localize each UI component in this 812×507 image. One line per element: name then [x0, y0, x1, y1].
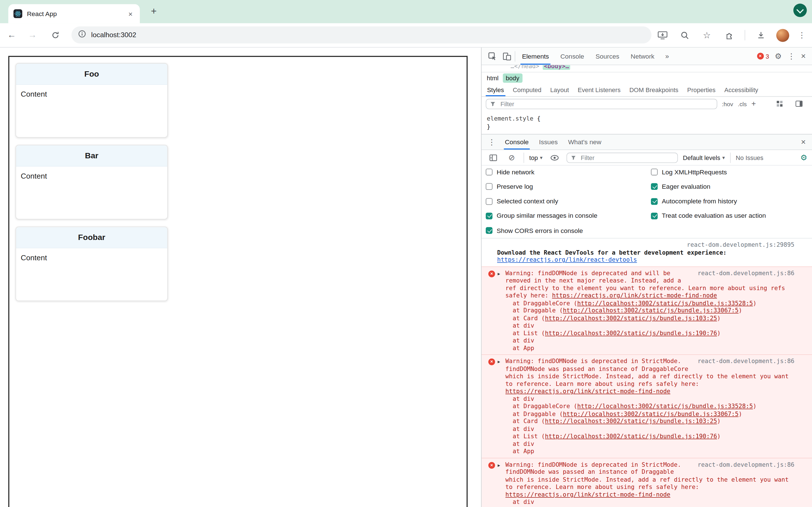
console-setting-checkbox[interactable]: Eager evaluation — [651, 183, 766, 191]
pseudo-state-toggle[interactable]: :hov — [722, 101, 733, 107]
tab-console[interactable]: Console — [555, 48, 590, 65]
message-source-link[interactable]: react-dom.development.js:86 — [698, 357, 794, 365]
expand-caret-icon[interactable]: ▶ — [498, 270, 500, 278]
message-source-link[interactable]: react-dom.development.js:86 — [698, 269, 794, 277]
profile-avatar[interactable] — [776, 29, 789, 42]
search-icon[interactable] — [678, 29, 691, 42]
stack-frame-link[interactable]: http://localhost:3002/static/js/bundle.j… — [563, 410, 739, 417]
styles-editor[interactable]: element.style { } — [481, 111, 812, 134]
tab-network[interactable]: Network — [625, 48, 660, 65]
stack-frame-link[interactable]: http://localhost:3002/static/js/bundle.j… — [577, 402, 753, 410]
install-app-icon[interactable] — [656, 29, 669, 42]
dock-sidebar-icon[interactable] — [792, 97, 806, 110]
forward-button[interactable]: → — [28, 30, 37, 41]
console-setting-checkbox[interactable]: Show CORS errors in console — [486, 227, 598, 235]
breadcrumb-html[interactable]: html — [484, 73, 502, 82]
tab-what-s-new[interactable]: What's new — [563, 135, 607, 150]
dom-selected-node[interactable]: <body>… — [543, 65, 570, 70]
element-style-selector[interactable]: element.style — [487, 115, 533, 122]
console-setting-checkbox[interactable]: Log XMLHttpRequests — [651, 168, 766, 176]
console-filter-input[interactable] — [566, 152, 678, 163]
styles-pane-tabs: StylesComputedLayoutEvent ListenersDOM B… — [481, 83, 812, 97]
checkbox-label: Selected context only — [497, 198, 558, 205]
log-levels-dropdown[interactable]: Default levels ▾ — [683, 154, 725, 161]
more-tabs-button[interactable]: » — [661, 52, 673, 60]
devtools-menu-icon[interactable]: ⋮ — [788, 52, 795, 61]
tab-accessibility[interactable]: Accessibility — [720, 83, 762, 96]
inspect-element-icon[interactable] — [486, 49, 499, 63]
extensions-puzzle-icon[interactable] — [722, 29, 736, 42]
stack-frame-link[interactable]: http://localhost:3002/static/js/bundle.j… — [545, 417, 717, 425]
error-badge[interactable]: × 3 — [757, 52, 769, 60]
devtools-settings-icon[interactable]: ⚙ — [775, 52, 782, 61]
console-setting-checkbox[interactable]: Preserve log — [486, 183, 598, 191]
stack-frame-link[interactable]: http://localhost:3002/static/js/bundle.j… — [577, 299, 753, 307]
tab-layout[interactable]: Layout — [546, 83, 573, 96]
live-expression-eye-icon[interactable] — [548, 151, 561, 164]
execution-context-selector[interactable]: top ▾ — [529, 154, 543, 161]
bookmark-star-icon[interactable]: ☆ — [700, 29, 714, 42]
new-tab-button[interactable]: + — [147, 5, 161, 18]
console-setting-checkbox[interactable]: Hide network — [486, 168, 598, 176]
card-content: Content — [16, 166, 167, 185]
browser-menu-icon[interactable]: ⋮ — [798, 31, 806, 40]
tab-sources[interactable]: Sources — [590, 48, 625, 65]
tab-styles[interactable]: Styles — [483, 83, 508, 96]
breadcrumb-body[interactable]: body — [503, 73, 522, 82]
stack-frame-link[interactable]: http://localhost:3002/static/js/bundle.j… — [545, 314, 717, 322]
message-link[interactable]: https://reactjs.org/link/strict-mode-fin… — [506, 491, 670, 498]
checkbox-checked-icon — [486, 213, 493, 219]
tab-properties[interactable]: Properties — [683, 83, 720, 96]
tab-dom-breakpoints[interactable]: DOM Breakpoints — [625, 83, 683, 96]
tab-search-button[interactable] — [794, 4, 807, 17]
levels-label: Default levels — [683, 154, 720, 161]
console-sidebar-icon[interactable] — [486, 151, 500, 164]
tab-close-icon[interactable]: × — [126, 9, 135, 18]
url-bar[interactable]: localhost:3002 — [71, 26, 651, 44]
stack-frame-link[interactable]: http://localhost:3002/static/js/bundle.j… — [577, 506, 753, 507]
reload-button[interactable] — [49, 29, 62, 42]
stack-frame-link[interactable]: http://localhost:3002/static/js/bundle.j… — [545, 329, 717, 337]
console-settings-icon[interactable]: ⚙ — [801, 153, 808, 162]
device-toolbar-icon[interactable] — [500, 49, 514, 63]
back-button[interactable]: ← — [7, 30, 16, 41]
expand-caret-icon[interactable]: ▶ — [498, 462, 500, 469]
site-info-icon[interactable] — [78, 30, 86, 40]
drawer-close-icon[interactable]: × — [801, 137, 806, 146]
styles-filter-field[interactable] — [499, 100, 713, 108]
stack-frame-link[interactable]: http://localhost:3002/static/js/bundle.j… — [545, 432, 717, 440]
tab-event-listeners[interactable]: Event Listeners — [573, 83, 625, 96]
message-link[interactable]: https://reactjs.org/link/react-devtools — [497, 256, 637, 263]
chevron-down-icon: ▾ — [540, 155, 543, 160]
dom-tree-clipped[interactable]: …</head> <body>… — [481, 65, 812, 72]
message-link[interactable]: https://reactjs.org/link/strict-mode-fin… — [506, 388, 670, 395]
tab-computed[interactable]: Computed — [508, 83, 546, 96]
console-setting-checkbox[interactable]: Treat code evaluation as user action — [651, 212, 766, 220]
drawer-menu-icon[interactable]: ⋮ — [485, 137, 499, 147]
tab-console[interactable]: Console — [500, 135, 534, 150]
issues-counter[interactable]: No Issues — [736, 154, 763, 161]
tab-issues[interactable]: Issues — [534, 135, 563, 150]
devtools-close-icon[interactable]: × — [801, 52, 806, 61]
stack-frame-link[interactable]: http://localhost:3002/static/js/bundle.j… — [563, 307, 739, 314]
downloads-icon[interactable] — [754, 29, 767, 42]
tab-elements[interactable]: Elements — [516, 48, 555, 65]
clear-console-icon[interactable]: ⊘ — [505, 151, 518, 164]
computed-grid-icon[interactable] — [772, 97, 786, 110]
message-link[interactable]: https://reactjs.org/link/strict-mode-fin… — [552, 292, 717, 299]
message-source-link[interactable]: react-dom.development.js:86 — [698, 461, 794, 468]
message-source-link[interactable]: react-dom.development.js:29895 — [687, 241, 795, 248]
styles-filter-input[interactable] — [486, 99, 717, 109]
devtools-tabs: ElementsConsoleSourcesNetwork — [516, 48, 660, 65]
expand-caret-icon[interactable]: ▶ — [498, 358, 500, 366]
console-filter-field[interactable] — [580, 154, 673, 162]
drawer-tab-bar: ⋮ ConsoleIssuesWhat's new × — [481, 135, 812, 150]
class-toggle[interactable]: .cls — [738, 101, 747, 107]
console-setting-checkbox[interactable]: Group similar messages in console — [486, 212, 598, 220]
console-setting-checkbox[interactable]: Selected context only — [486, 198, 598, 205]
console-message: react-dom.development.js:29895Download t… — [481, 238, 812, 267]
new-style-rule-button[interactable]: + — [751, 99, 756, 108]
console-setting-checkbox[interactable]: Autocomplete from history — [651, 198, 766, 205]
browser-tab[interactable]: React App × — [8, 4, 140, 23]
stack-frame: at div — [506, 425, 795, 433]
